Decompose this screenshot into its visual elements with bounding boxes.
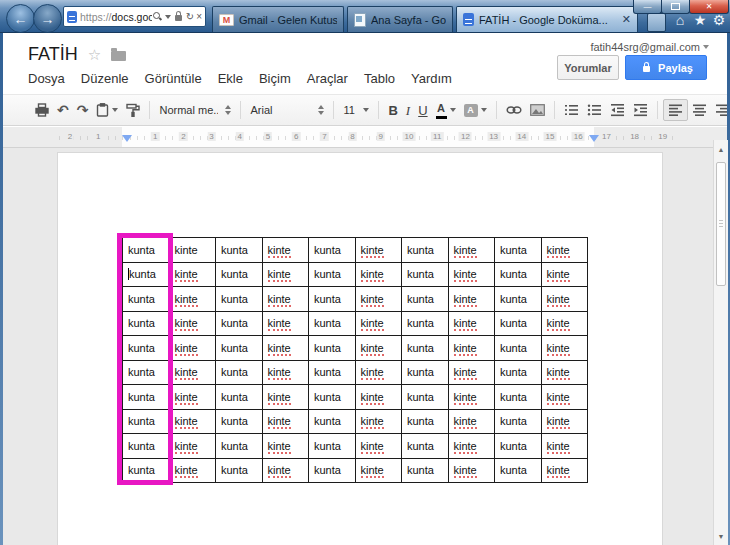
table-cell[interactable]: kinte xyxy=(169,360,216,385)
comments-button[interactable]: Yorumlar xyxy=(557,55,619,80)
numbered-list-button[interactable] xyxy=(560,99,583,121)
font-dropdown[interactable]: Arial xyxy=(246,99,328,121)
table-cell[interactable]: kinte xyxy=(355,336,402,361)
font-size-dropdown[interactable]: 11 xyxy=(339,99,373,121)
table-cell[interactable]: kinte xyxy=(169,287,216,312)
table-cell[interactable]: kunta xyxy=(309,360,356,385)
table-cell[interactable]: kunta xyxy=(309,409,356,434)
refresh-button[interactable]: ↻ xyxy=(186,12,194,22)
table-cell[interactable]: kunta xyxy=(309,262,356,287)
table-cell[interactable]: kunta xyxy=(402,360,449,385)
table-cell[interactable]: kunta xyxy=(123,238,170,263)
table-cell[interactable]: kunta xyxy=(123,311,170,336)
address-bar[interactable]: https://docs.google.c... ↻ × xyxy=(63,6,206,27)
table-cell[interactable]: kunta xyxy=(495,458,542,483)
star-document-button[interactable]: ☆ xyxy=(88,46,101,64)
menu-düzenle[interactable]: Düzenle xyxy=(73,69,137,88)
table-cell[interactable]: kinte xyxy=(448,311,495,336)
vertical-scrollbar[interactable]: ▲ ▼ xyxy=(713,140,728,545)
menu-biçim[interactable]: Biçim xyxy=(251,69,299,88)
table-cell[interactable]: kinte xyxy=(541,458,588,483)
text-color-button[interactable]: A xyxy=(432,99,460,121)
close-button[interactable]: ✕ xyxy=(689,0,729,14)
share-button[interactable]: Paylaş xyxy=(625,55,707,80)
table-cell[interactable]: kinte xyxy=(262,385,309,410)
table-cell[interactable]: kinte xyxy=(541,385,588,410)
align-center-button[interactable] xyxy=(688,99,711,121)
table-cell[interactable]: kunta xyxy=(402,311,449,336)
table-cell[interactable]: kunta xyxy=(216,262,263,287)
table-cell[interactable]: kinte xyxy=(448,360,495,385)
table-cell[interactable]: kunta xyxy=(495,238,542,263)
table-cell[interactable]: kinte xyxy=(448,262,495,287)
table-cell[interactable]: kinte xyxy=(355,287,402,312)
table-cell[interactable]: kinte xyxy=(262,336,309,361)
table-cell[interactable]: kinte xyxy=(355,409,402,434)
tab-fatih-active[interactable]: FATİH - Google Doküma... ✕ xyxy=(456,6,638,32)
table-cell[interactable]: kinte xyxy=(355,360,402,385)
table-cell[interactable]: kunta xyxy=(216,458,263,483)
redo-button[interactable]: ↷ xyxy=(73,99,93,121)
menu-görüntüle[interactable]: Görüntüle xyxy=(137,69,210,88)
scroll-down-button[interactable]: ▼ xyxy=(714,533,728,541)
scroll-up-button[interactable]: ▲ xyxy=(714,146,728,154)
table-cell[interactable]: kunta xyxy=(123,409,170,434)
table-cell[interactable]: kunta xyxy=(123,385,170,410)
table-cell[interactable]: kunta xyxy=(309,311,356,336)
table-cell[interactable]: kunta xyxy=(309,336,356,361)
table-cell[interactable]: kunta xyxy=(402,385,449,410)
bold-button[interactable]: B xyxy=(384,99,401,121)
table-cell[interactable]: kinte xyxy=(355,434,402,459)
search-icon[interactable] xyxy=(153,12,162,21)
table-cell[interactable]: kinte xyxy=(355,311,402,336)
table-cell[interactable]: kunta xyxy=(123,336,170,361)
table-cell[interactable]: kinte xyxy=(355,385,402,410)
table-cell[interactable]: kunta xyxy=(309,287,356,312)
back-button[interactable]: ← xyxy=(6,4,35,33)
table-cell[interactable]: kinte xyxy=(262,409,309,434)
table-cell[interactable]: kunta xyxy=(309,458,356,483)
menu-araçlar[interactable]: Araçlar xyxy=(299,69,356,88)
table-cell[interactable]: kinte xyxy=(169,409,216,434)
folder-icon[interactable] xyxy=(111,51,126,61)
left-indent-marker[interactable] xyxy=(122,135,132,142)
forward-button[interactable]: → xyxy=(33,4,62,33)
scrollbar-thumb[interactable] xyxy=(716,162,726,286)
stop-button[interactable]: × xyxy=(196,12,202,22)
table-cell[interactable]: kinte xyxy=(448,434,495,459)
table-cell[interactable]: kinte xyxy=(448,336,495,361)
table-cell[interactable]: kunta xyxy=(216,336,263,361)
menu-yardım[interactable]: Yardım xyxy=(403,69,460,88)
tab-docs-home[interactable]: Ana Sayfa - Google Doküm... xyxy=(347,6,453,32)
table-cell[interactable]: kunta xyxy=(495,409,542,434)
table-cell[interactable]: kunta xyxy=(123,262,170,287)
table-cell[interactable]: kunta xyxy=(402,287,449,312)
account-menu[interactable]: fatih44srg@gmail.com xyxy=(590,41,709,53)
table-cell[interactable]: kunta xyxy=(495,385,542,410)
table-cell[interactable]: kinte xyxy=(448,409,495,434)
menu-dosya[interactable]: Dosya xyxy=(20,69,73,88)
table-cell[interactable]: kunta xyxy=(216,409,263,434)
table-cell[interactable]: kinte xyxy=(541,287,588,312)
table-cell[interactable]: kunta xyxy=(495,336,542,361)
table-cell[interactable]: kunta xyxy=(216,311,263,336)
bulleted-list-button[interactable] xyxy=(583,99,606,121)
table-cell[interactable]: kinte xyxy=(169,385,216,410)
tab-close-button[interactable]: ✕ xyxy=(622,14,631,25)
table-cell[interactable]: kunta xyxy=(123,360,170,385)
insert-image-button[interactable] xyxy=(526,99,549,121)
table-cell[interactable]: kinte xyxy=(262,238,309,263)
table-cell[interactable]: kinte xyxy=(169,238,216,263)
table-cell[interactable]: kunta xyxy=(216,385,263,410)
underline-button[interactable]: U xyxy=(414,99,431,121)
table-cell[interactable]: kinte xyxy=(169,311,216,336)
document-title[interactable]: FATİH xyxy=(28,44,78,65)
table-cell[interactable]: kinte xyxy=(541,311,588,336)
table-cell[interactable]: kunta xyxy=(216,238,263,263)
new-tab-button[interactable] xyxy=(647,13,666,32)
table-cell[interactable]: kinte xyxy=(169,458,216,483)
increase-indent-button[interactable] xyxy=(629,99,652,121)
table-cell[interactable]: kinte xyxy=(448,385,495,410)
table-cell[interactable]: kinte xyxy=(262,287,309,312)
search-dropdown-icon[interactable] xyxy=(165,15,171,19)
